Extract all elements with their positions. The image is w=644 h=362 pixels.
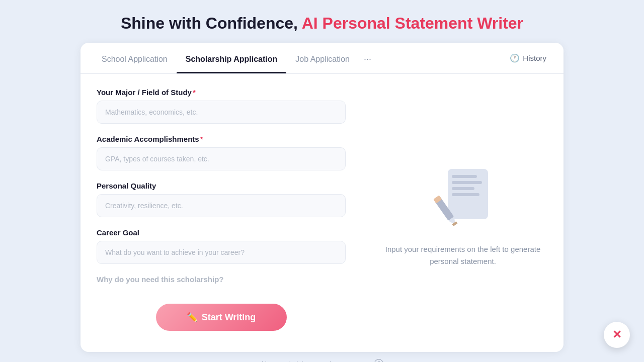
tab-more[interactable]: ··· xyxy=(359,43,376,73)
required-star-accomplishments: * xyxy=(200,135,203,143)
tab-school[interactable]: School Application xyxy=(93,44,177,73)
illustration xyxy=(423,159,503,229)
history-button[interactable]: 🕐 History xyxy=(505,49,551,67)
help-icon[interactable]: ? xyxy=(374,359,383,362)
svg-rect-1 xyxy=(452,175,477,178)
svg-rect-3 xyxy=(452,187,474,190)
input-accomplishments[interactable] xyxy=(97,147,346,170)
title-start: Shine with Confidence, xyxy=(121,14,302,32)
svg-rect-4 xyxy=(452,193,479,196)
field-major: Your Major / Field of Study* xyxy=(97,88,346,124)
tab-scholarship[interactable]: Scholarship Application xyxy=(177,44,287,73)
chat-widget[interactable]: ✕ xyxy=(604,322,630,348)
tabs-bar: School Application Scholarship Applicati… xyxy=(80,43,564,74)
field-accomplishments: Academic Accomplishments* xyxy=(97,135,346,170)
chat-logo: ✕ xyxy=(612,328,621,341)
form-panel: Your Major / Field of Study* Academic Ac… xyxy=(80,74,362,352)
footer-bar: AI generated, inaccuracies may occur. ? xyxy=(254,352,390,362)
input-quality[interactable] xyxy=(97,194,346,217)
page-wrapper: Shine with Confidence, AI Personal State… xyxy=(0,0,644,362)
label-scholarship-hint: Why do you need this scholarship? xyxy=(97,275,346,284)
svg-rect-2 xyxy=(452,181,482,184)
title-highlight: AI Personal Statement Writer xyxy=(302,14,523,32)
disclaimer-text: AI generated, inaccuracies may occur. xyxy=(261,360,371,363)
main-card: School Application Scholarship Applicati… xyxy=(80,43,564,352)
input-major[interactable] xyxy=(97,101,346,124)
label-accomplishments: Academic Accomplishments* xyxy=(97,135,346,143)
tab-job[interactable]: Job Application xyxy=(286,44,359,73)
field-quality: Personal Quality xyxy=(97,182,346,217)
btn-row: ✏️ Start Writing xyxy=(97,295,346,342)
preview-panel: Input your requirements on the left to g… xyxy=(362,74,564,352)
field-career: Career Goal xyxy=(97,228,346,264)
label-career: Career Goal xyxy=(97,228,346,237)
input-career[interactable] xyxy=(97,241,346,264)
start-writing-button[interactable]: ✏️ Start Writing xyxy=(156,304,287,331)
required-star-major: * xyxy=(193,88,196,97)
card-body: Your Major / Field of Study* Academic Ac… xyxy=(80,74,564,352)
page-title: Shine with Confidence, AI Personal State… xyxy=(111,0,533,43)
field-scholarship-hint: Why do you need this scholarship? xyxy=(97,275,346,284)
label-quality: Personal Quality xyxy=(97,182,346,190)
label-major: Your Major / Field of Study* xyxy=(97,88,346,97)
preview-text: Input your requirements on the left to g… xyxy=(377,243,548,267)
history-icon: 🕐 xyxy=(510,53,520,63)
pencil-icon: ✏️ xyxy=(187,312,198,323)
submit-label: Start Writing xyxy=(202,312,256,323)
